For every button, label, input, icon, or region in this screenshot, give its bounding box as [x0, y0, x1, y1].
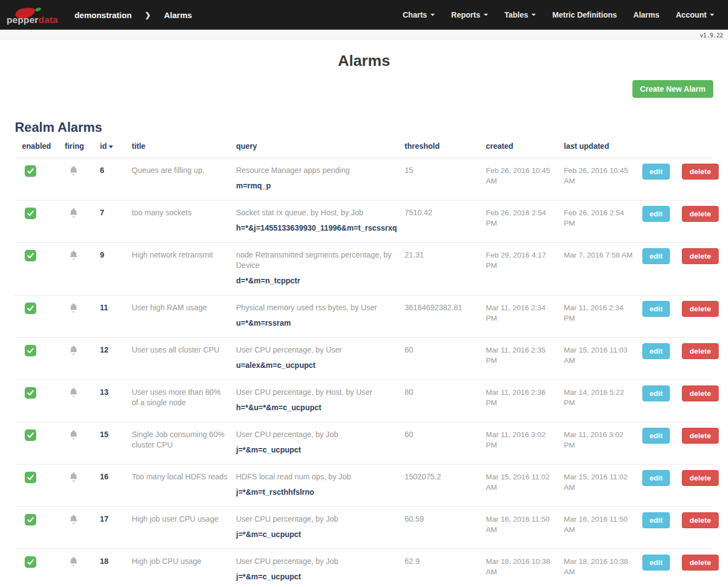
alarm-id: 12 [100, 345, 132, 355]
version-label: v1.9.22 [700, 32, 723, 38]
bell-icon [69, 514, 79, 527]
threshold-value: 7510.42 [405, 208, 486, 218]
check-icon [27, 558, 34, 566]
last-updated-date: Mar 15, 2016 11:03 AM [564, 345, 642, 366]
enabled-checkbox[interactable] [25, 250, 36, 261]
threshold-value: 60 [405, 345, 486, 355]
bell-icon [69, 250, 79, 263]
alarm-id: 11 [100, 303, 132, 313]
query-link[interactable]: m=rmq_p [236, 181, 397, 191]
edit-button[interactable]: edit [642, 248, 670, 264]
bell-icon [69, 556, 79, 569]
enabled-checkbox[interactable] [25, 429, 36, 441]
last-updated-date: Mar 11, 2016 3:02 PM [564, 429, 642, 450]
query-link[interactable]: j=*&m=t_rscthhfslrno [236, 487, 397, 497]
delete-button[interactable]: delete [682, 428, 719, 444]
delete-button[interactable]: delete [682, 555, 719, 571]
delete-button[interactable]: delete [682, 248, 719, 264]
bell-icon [69, 165, 79, 178]
alarm-title: Queues are filling up. [132, 165, 236, 176]
alarm-title: User uses all cluster CPU [132, 345, 236, 355]
threshold-value: 21.31 [405, 250, 486, 260]
enabled-checkbox[interactable] [25, 514, 36, 525]
query-link[interactable]: j=*&m=c_ucpupct [236, 572, 397, 582]
created-date: Mar 15, 2016 11:02 AM [486, 472, 564, 493]
enabled-checkbox[interactable] [25, 345, 36, 356]
query-link[interactable]: d=*&m=n_tcppctr [236, 276, 397, 286]
enabled-checkbox[interactable] [25, 303, 36, 314]
query-link[interactable]: h=*&u=*&m=c_ucpupct [236, 402, 397, 413]
query-link[interactable]: j=*&m=c_ucpupct [236, 529, 397, 540]
query-description: User CPU percentage, by Host, by User [236, 387, 397, 398]
query-link[interactable]: j=*&m=c_ucpupct [236, 445, 397, 455]
enabled-checkbox[interactable] [25, 208, 36, 219]
alarm-id: 7 [100, 208, 132, 218]
created-date: Mar 16, 2016 11:50 AM [486, 514, 564, 535]
breadcrumb-page[interactable]: Alarms [164, 10, 192, 20]
alarm-title: Single Job consuming 60% cluster CPU [132, 429, 236, 450]
table-row: 9 High network retransmit node Retransmi… [15, 243, 713, 295]
edit-button[interactable]: edit [642, 512, 670, 528]
bell-icon [69, 303, 79, 316]
alarm-title: High job CPU usage [132, 556, 236, 567]
delete-button[interactable]: delete [682, 206, 719, 222]
last-updated-date: Feb 26, 2016 10:45 AM [564, 165, 642, 186]
alarm-title: too many sockets [132, 208, 236, 218]
query-description: HDFS local read num ops, by Job [236, 472, 397, 482]
delete-button[interactable]: delete [682, 343, 719, 359]
edit-button[interactable]: edit [642, 428, 670, 444]
delete-button[interactable]: delete [682, 470, 719, 486]
threshold-value: 60.59 [405, 514, 486, 524]
enabled-checkbox[interactable] [25, 165, 36, 177]
created-date: Mar 11, 2016 2:35 PM [486, 345, 564, 366]
nav-item-metric-definitions[interactable]: Metric Definitions [544, 10, 625, 19]
enabled-checkbox[interactable] [25, 387, 36, 399]
edit-button[interactable]: edit [642, 385, 670, 401]
delete-button[interactable]: delete [682, 385, 719, 401]
delete-button[interactable]: delete [682, 301, 719, 317]
breadcrumb-realm[interactable]: demonstration [75, 10, 132, 20]
alarm-id: 15 [100, 429, 132, 440]
edit-button[interactable]: edit [642, 343, 670, 359]
enabled-checkbox[interactable] [25, 472, 36, 483]
delete-button[interactable]: delete [682, 512, 719, 528]
threshold-value: 15 [405, 165, 486, 176]
table-row: 12 User uses all cluster CPU User CPU pe… [15, 338, 713, 380]
create-new-alarm-button[interactable]: Create New Alarm [632, 80, 713, 98]
alarm-title: Too many local HDFS reads [132, 472, 236, 482]
edit-button[interactable]: edit [642, 206, 670, 222]
last-updated-date: Mar 7, 2016 7:58 AM [564, 250, 642, 260]
header-last-updated: last updated [564, 142, 642, 150]
nav-item-alarms[interactable]: Alarms [625, 10, 668, 19]
enabled-checkbox[interactable] [25, 556, 36, 568]
nav-item-account[interactable]: Account [668, 10, 723, 19]
bell-icon [69, 387, 79, 400]
edit-button[interactable]: edit [642, 555, 670, 571]
edit-button[interactable]: edit [642, 470, 670, 486]
alarm-title: High network retransmit [132, 250, 236, 260]
query-link[interactable]: u=alex&m=c_ucpupct [236, 360, 397, 371]
nav-item-tables[interactable]: Tables [496, 10, 544, 19]
delete-button[interactable]: delete [682, 164, 719, 180]
nav-menu: Charts Reports Tables Metric Definitions… [394, 10, 723, 19]
header-id[interactable]: id [100, 142, 132, 150]
bell-icon [69, 429, 79, 443]
check-icon [27, 432, 34, 439]
last-updated-date: Mar 14, 2016 5:22 PM [564, 387, 642, 408]
table-row: 17 High job user CPU usage User CPU perc… [15, 507, 713, 549]
page-title: Alarms [15, 52, 713, 70]
nav-item-reports[interactable]: Reports [443, 10, 496, 19]
table-row: 7 too many sockets Socket stat rx queue,… [15, 200, 713, 243]
query-link[interactable]: u=*&m=rssram [236, 318, 397, 328]
pepperdata-logo[interactable]: pepperdata [7, 5, 58, 25]
last-updated-date: Mar 15, 2016 11:02 AM [564, 472, 642, 493]
table-row: 6 Queues are filling up. Resource Manage… [15, 158, 713, 200]
query-link[interactable]: h=*&j=1455133639930_11996&m=t_rscssrxq [236, 223, 397, 233]
edit-button[interactable]: edit [642, 301, 670, 317]
nav-item-charts[interactable]: Charts [394, 10, 443, 19]
edit-button[interactable]: edit [642, 164, 670, 180]
header-query: query [236, 142, 405, 150]
query-description: Physical memory used rss bytes, by User [236, 303, 397, 313]
check-icon [27, 252, 34, 259]
table-row: 18 High job CPU usage User CPU percentag… [15, 549, 713, 587]
